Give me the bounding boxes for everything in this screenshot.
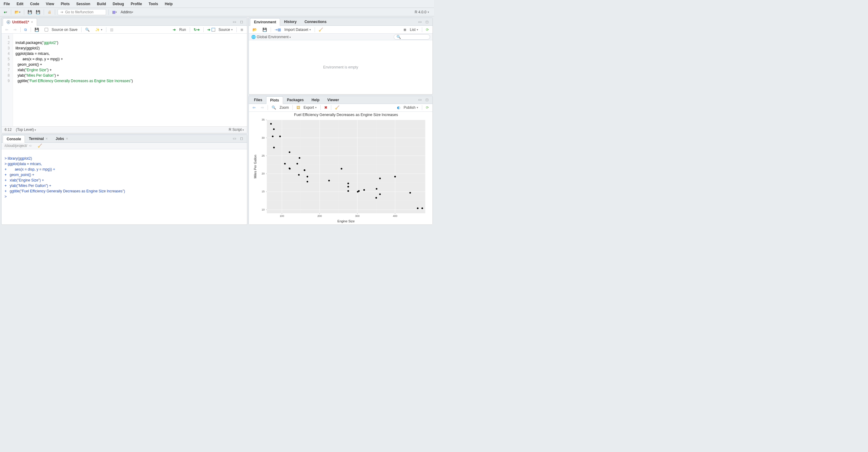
save-workspace-button[interactable]: 💾 xyxy=(261,27,269,33)
svg-text:10: 10 xyxy=(261,208,265,211)
code-tools-button[interactable]: ✨ xyxy=(93,27,104,33)
maximize-pane-icon[interactable]: ◻ xyxy=(239,19,245,25)
menu-plots[interactable]: Plots xyxy=(61,2,69,6)
arrow-right-icon: ⇨ xyxy=(261,106,264,109)
nav-fwd-button[interactable]: ⇨ xyxy=(12,27,19,33)
open-file-button[interactable]: 📂 xyxy=(13,9,22,15)
source-label: Source xyxy=(218,28,230,32)
env-search-input[interactable]: 🔍 xyxy=(394,34,430,40)
svg-point-60 xyxy=(363,189,365,191)
env-list-mode-button[interactable]: ≣ List xyxy=(402,27,420,33)
svg-text:Engine Size: Engine Size xyxy=(337,219,354,223)
tab-viewer[interactable]: Viewer xyxy=(323,96,343,104)
source-on-save-toggle[interactable]: Source on Save xyxy=(43,27,80,33)
new-file-button[interactable]: ● xyxy=(2,9,8,15)
scope-selector[interactable]: (Top Level) xyxy=(16,128,36,132)
find-button[interactable]: 🔍 xyxy=(83,27,92,33)
tab-files[interactable]: Files xyxy=(250,96,266,104)
show-in-new-window-button[interactable]: ⧉ xyxy=(23,27,29,33)
code-content[interactable]: install.packages("ggplot2") library(ggpl… xyxy=(13,34,133,126)
source-tab-untitled1[interactable]: R Untitled1* × xyxy=(3,18,37,26)
menu-view[interactable]: View xyxy=(46,2,54,6)
console-output[interactable]: > library(ggplot2) > ggplot(data = mtcar… xyxy=(1,149,247,225)
save-all-button[interactable]: 💾 xyxy=(35,9,41,15)
main-toolbar: ● 📂 💾 💾 🖨 ➜ Go to file/function ▦ Addins… xyxy=(0,8,434,17)
close-tab-icon[interactable]: × xyxy=(66,137,68,141)
menu-profile[interactable]: Profile xyxy=(131,2,142,6)
environment-pane: Environment History Connections ▭ ◻ 📂 💾 … xyxy=(249,18,433,95)
clear-plots-button[interactable]: 🧹 xyxy=(333,104,341,110)
svg-point-54 xyxy=(417,207,418,209)
goto-dir-icon[interactable]: ➪ xyxy=(29,144,32,148)
tab-environment[interactable]: Environment xyxy=(250,18,280,26)
run-label: Run xyxy=(179,28,186,32)
tab-help[interactable]: Help xyxy=(308,96,323,104)
nav-back-button[interactable]: ⇦ xyxy=(3,27,10,33)
export-icon: 🖼 xyxy=(297,106,300,109)
minimize-pane-icon[interactable]: ▭ xyxy=(231,19,237,25)
grid-view-button[interactable]: ▦ xyxy=(111,9,118,15)
plot-next-button[interactable]: ⇨ xyxy=(259,104,266,110)
maximize-pane-icon[interactable]: ◻ xyxy=(239,135,245,141)
close-tab-icon[interactable]: × xyxy=(31,20,33,24)
refresh-icon: ⟳ xyxy=(426,106,429,109)
tab-plots[interactable]: Plots xyxy=(266,96,283,104)
menu-file[interactable]: File xyxy=(4,2,10,6)
outline-button[interactable]: ≣ xyxy=(239,27,245,33)
svg-point-68 xyxy=(298,174,300,175)
goto-file-input[interactable]: ➜ Go to file/function xyxy=(58,9,106,15)
refresh-icon: ⟳ xyxy=(426,28,429,32)
line-gutter: 123 456 789 xyxy=(1,34,13,126)
minimize-pane-icon[interactable]: ▭ xyxy=(417,19,423,25)
load-workspace-button[interactable]: 📂 xyxy=(251,27,259,33)
tab-jobs[interactable]: Jobs× xyxy=(52,135,72,142)
minimize-pane-icon[interactable]: ▭ xyxy=(231,135,237,141)
addins-button[interactable]: Addins xyxy=(120,9,134,15)
clear-workspace-button[interactable]: 🧹 xyxy=(317,27,325,33)
maximize-pane-icon[interactable]: ◻ xyxy=(424,97,430,103)
close-tab-icon[interactable]: × xyxy=(45,137,48,141)
rerun-button[interactable]: ↻➔ xyxy=(192,27,202,33)
print-button[interactable]: 🖨 xyxy=(46,9,53,15)
code-editor[interactable]: 123 456 789 install.packages("ggplot2") … xyxy=(1,34,247,126)
refresh-env-button[interactable]: ⟳ xyxy=(424,27,431,33)
tab-packages[interactable]: Packages xyxy=(283,96,308,104)
menu-tools[interactable]: Tools xyxy=(149,2,158,6)
plot-prev-button[interactable]: ⇦ xyxy=(251,104,257,110)
import-dataset-button[interactable]: ⇥▦ Import Dataset xyxy=(273,27,313,33)
menu-code[interactable]: Code xyxy=(30,2,39,6)
tab-terminal[interactable]: Terminal× xyxy=(25,135,52,142)
publish-plot-button[interactable]: ◐ Publish xyxy=(395,104,420,110)
save-icon: 💾 xyxy=(35,28,39,32)
search-icon: 🔍 xyxy=(85,28,90,32)
remove-plot-button[interactable]: ✖ xyxy=(322,104,329,110)
tab-connections[interactable]: Connections xyxy=(301,18,331,26)
menu-debug[interactable]: Debug xyxy=(113,2,124,6)
export-plot-button[interactable]: 🖼 Export xyxy=(294,104,318,110)
menu-edit[interactable]: Edit xyxy=(17,2,24,6)
zoom-plot-button[interactable]: 🔍 Zoom xyxy=(270,104,291,110)
refresh-plot-button[interactable]: ⟳ xyxy=(424,104,431,110)
save-button[interactable]: 💾 xyxy=(27,9,33,15)
r-version-selector[interactable]: R 4.0.0 xyxy=(412,10,432,14)
minimize-pane-icon[interactable]: ▭ xyxy=(417,97,423,103)
env-scope-selector[interactable]: Global Environment xyxy=(257,35,291,39)
source-button[interactable]: ➔ Source xyxy=(206,27,235,33)
tab-console[interactable]: Console xyxy=(3,135,25,143)
svg-point-51 xyxy=(347,183,349,184)
menu-session[interactable]: Session xyxy=(76,2,90,6)
svg-point-40 xyxy=(304,169,305,171)
menu-build[interactable]: Build xyxy=(97,2,106,6)
run-button[interactable]: ➔ Run xyxy=(171,27,188,33)
menu-help[interactable]: Help xyxy=(165,2,173,6)
tab-history[interactable]: History xyxy=(280,18,300,26)
svg-text:200: 200 xyxy=(317,215,322,218)
clear-console-button[interactable]: 🧹 xyxy=(36,143,44,149)
export-label: Export xyxy=(303,105,314,110)
file-type-selector[interactable]: R Script xyxy=(229,128,244,132)
grid-icon: ▦ xyxy=(112,10,116,14)
save-source-button[interactable]: 💾 xyxy=(33,27,41,33)
svg-point-41 xyxy=(284,163,285,164)
maximize-pane-icon[interactable]: ◻ xyxy=(424,19,430,25)
compile-report-button[interactable]: ▥ xyxy=(108,27,115,33)
